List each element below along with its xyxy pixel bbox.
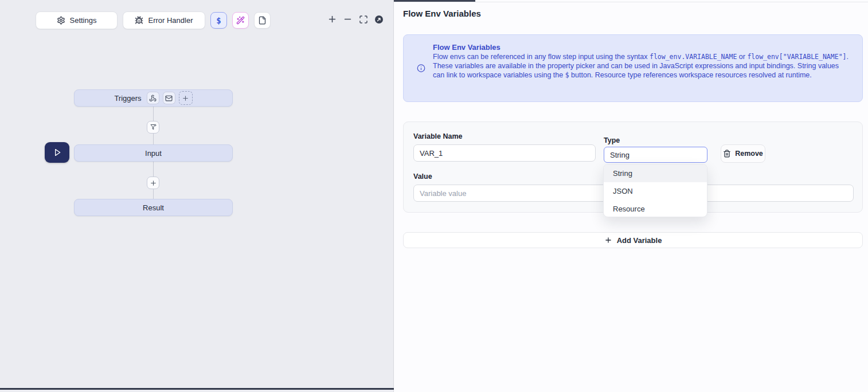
file-icon [258,16,267,25]
remove-label: Remove [735,150,763,158]
input-node-label: Input [145,149,162,158]
variable-name-input[interactable] [413,144,596,162]
trash-icon [723,150,731,158]
add-plus-icon [604,236,612,244]
canvas-zoom-controls [327,14,384,24]
flow-env-variables-button[interactable]: $ [210,12,227,29]
node-triggers[interactable]: Triggers [74,89,233,107]
info-icon [417,64,425,73]
add-step-button[interactable] [147,177,159,189]
canvas-bottom-divider [0,388,394,390]
info-title: Flow Env Variables [433,43,852,52]
flow-canvas[interactable]: Settings Error Handler $ [0,0,394,392]
type-select[interactable] [604,147,707,163]
node-result[interactable]: Result [74,199,233,216]
zoom-out-icon[interactable] [343,14,353,24]
info-seg: or [737,53,747,61]
type-label: Type [604,136,620,144]
settings-button[interactable]: Settings [36,11,118,29]
info-seg: button. Resource type references workspa… [569,71,812,79]
info-code: flow_env["VARIABLE_NAME"] [747,53,846,61]
bug-icon [135,16,143,25]
trigger-chips [147,91,193,105]
error-handler-label: Error Handler [148,16,193,25]
dropdown-option-resource[interactable]: Resource [604,200,707,217]
active-tab-underline [394,0,475,2]
document-button[interactable] [254,12,271,29]
info-body: Flow envs can be referenced in any flow … [433,52,852,80]
plus-icon [150,179,157,187]
add-variable-label: Add Variable [617,236,662,245]
magic-wand-icon [236,16,245,25]
node-input[interactable]: Input [74,144,233,162]
dollar-icon: $ [216,16,221,25]
dropdown-option-json[interactable]: JSON [604,182,707,200]
fit-view-icon[interactable] [358,14,368,24]
add-trigger-button[interactable] [179,91,193,105]
app-window: Settings Error Handler $ [0,0,868,392]
run-flow-button[interactable] [45,142,69,163]
info-seg: Flow envs can be referenced in any flow … [433,53,650,61]
zoom-in-icon[interactable] [327,14,337,24]
filter-icon [150,124,157,131]
value-label: Value [413,173,432,181]
webhook-icon[interactable] [147,92,159,104]
info-callout: Flow Env Variables Flow envs can be refe… [403,34,863,102]
type-dropdown-menu: String JSON Resource [603,164,707,217]
preprocessor-filter-badge[interactable] [147,121,159,134]
play-icon [53,148,62,157]
canvas-toolbar: Settings Error Handler $ [36,11,271,29]
remove-variable-button[interactable]: Remove [721,144,765,163]
ai-wand-button[interactable] [232,12,249,29]
info-code: $ [565,71,569,79]
variable-name-label: Variable Name [413,132,462,140]
result-node-label: Result [143,203,164,212]
email-trigger-icon[interactable] [163,92,175,104]
page-title: Flow Env Variables [403,9,481,18]
add-variable-button[interactable]: Add Variable [403,232,863,248]
canvas-mode-icon[interactable] [374,14,384,24]
gear-icon [57,16,65,25]
dropdown-option-string[interactable]: String [604,164,707,182]
panel-top-border [394,2,868,2]
info-code: flow_env.VARIABLE_NAME [650,53,737,61]
info-text: Flow Env Variables Flow envs can be refe… [433,43,852,80]
triggers-node-label: Triggers [114,94,141,103]
flow-env-variables-panel: Flow Env Variables Flow Env Variables Fl… [394,0,868,392]
settings-label: Settings [70,16,97,25]
error-handler-button[interactable]: Error Handler [123,11,205,29]
